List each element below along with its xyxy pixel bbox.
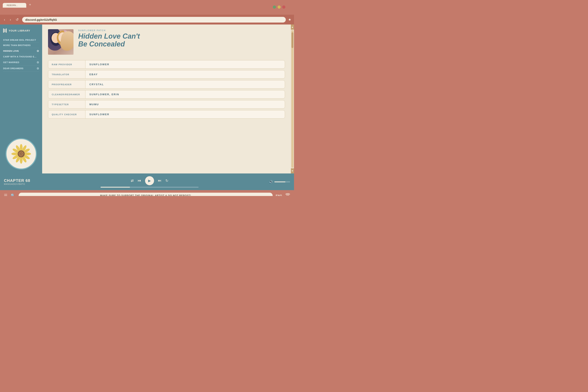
svg-point-36	[58, 32, 67, 42]
chapter-source: MANGADEX/BATO	[4, 183, 30, 185]
sunflower-circle	[6, 138, 37, 170]
credit-value-proofreader: CRYSTAL	[86, 80, 108, 88]
svg-point-29	[18, 153, 20, 154]
sidebar: YOUR LIBRARY STAR DREAM IDOL PROJECT MOR…	[0, 24, 42, 174]
credit-label-translator: TRANSLATOR	[48, 70, 86, 78]
wifi-icon	[286, 193, 290, 196]
svg-point-21	[20, 152, 20, 153]
sidebar-item-carp[interactable]: CARP WITH A THOUSAND E...	[3, 54, 39, 60]
content-area: SUNFLOWER PATCH Hidden Love Can't Be Con…	[42, 24, 291, 174]
credits-list: RAW PROVIDER SUNFLOWER TRANSLATOR EBAY P…	[48, 60, 285, 118]
scrollbar: ▲ ▼	[291, 24, 294, 174]
sidebar-logo	[3, 134, 39, 170]
controls-row: ⇄ ⏮ ▶ ⏭ ↻	[131, 176, 168, 185]
credit-label-raw-provider: RAW PROVIDER	[48, 60, 86, 68]
credit-value-cleaner: SUNFLOWER, ERIN	[86, 90, 123, 98]
credit-value-translator: EBAY	[86, 70, 102, 78]
search-button[interactable]: 🔍	[10, 193, 16, 196]
library-icon	[3, 28, 7, 33]
bottom-bar: ☰ 🔍 MAKE SURE TO SUPPORT THE ORIGINAL AR…	[0, 190, 294, 196]
credit-label-proofreader: PROOFREADER	[48, 80, 86, 88]
credit-row-typesetter: TYPESETTER MUMU	[48, 100, 285, 108]
chapter-info: CHAPTER 68 MANGADEX/BATO	[4, 178, 30, 185]
manga-header: SUNFLOWER PATCH Hidden Love Can't Be Con…	[48, 29, 285, 55]
sidebar-item-dear-dreamers[interactable]: DEAR DREAMERS ✿	[3, 66, 39, 72]
svg-point-14	[20, 156, 22, 164]
player-bar: CHAPTER 68 MANGADEX/BATO ⇄ ⏮ ▶ ⏭ ↻ 🔊	[0, 174, 294, 190]
manga-cover	[48, 29, 74, 55]
sidebar-item-more-than-brothers[interactable]: MORE THAN BROTHERS	[3, 43, 39, 48]
svg-point-8	[20, 144, 22, 151]
fast-forward-button[interactable]: ⏭	[158, 178, 162, 183]
credit-row-proofreader: PROOFREADER CRYSTAL	[48, 80, 285, 88]
sidebar-title: YOUR LIBRARY	[8, 29, 30, 32]
shuffle-button[interactable]: ⇄	[131, 178, 134, 183]
svg-point-23	[22, 152, 23, 153]
menu-button[interactable]: ☰	[4, 193, 8, 196]
svg-point-30	[20, 154, 21, 155]
volume-icon: 🔊	[269, 180, 273, 184]
svg-point-24	[22, 153, 23, 154]
progress-bar[interactable]	[100, 187, 198, 188]
forward-button[interactable]: ›	[8, 17, 12, 22]
volume-control: 🔊	[269, 180, 290, 184]
scroll-down-button[interactable]: ▼	[291, 168, 294, 174]
svg-point-11	[24, 152, 31, 155]
svg-point-26	[21, 156, 22, 156]
sidebar-item-star-dream[interactable]: STAR DREAM IDOL PROJECT	[3, 38, 39, 43]
traffic-light-yellow[interactable]	[278, 6, 281, 8]
sunflower-svg	[10, 142, 33, 166]
manga-info: SUNFLOWER PATCH Hidden Love Can't Be Con…	[78, 29, 285, 55]
flower-icon-get-married: ✿	[37, 61, 39, 64]
svg-point-17	[11, 152, 18, 155]
credit-value-quality-checker: SUNFLOWER	[86, 110, 113, 118]
sidebar-header: YOUR LIBRARY	[3, 28, 39, 33]
chapter-number: CHAPTER 68	[4, 178, 30, 183]
traffic-light-green[interactable]	[273, 6, 276, 8]
publisher-tag: SUNFLOWER PATCH	[78, 29, 285, 32]
repeat-button[interactable]: ↻	[166, 178, 168, 183]
volume-bar[interactable]	[274, 182, 290, 182]
credit-value-raw-provider: SUNFLOWER	[86, 60, 113, 68]
credit-label-cleaner: CLEANER/REDRAWER	[48, 90, 86, 98]
svg-point-27	[20, 156, 21, 156]
refresh-button[interactable]: ↺	[14, 17, 20, 22]
svg-point-25	[22, 154, 23, 156]
credit-row-translator: TRANSLATOR EBAY	[48, 70, 285, 78]
player-controls: ⇄ ⏮ ▶ ⏭ ↻	[33, 176, 266, 188]
credit-label-quality-checker: QUALITY CHECKER	[48, 110, 86, 118]
credit-label-typesetter: TYPESETTER	[48, 100, 86, 108]
sidebar-item-hidden-love[interactable]: HIDDEN LOVE ✿	[3, 48, 39, 54]
volume-fill	[274, 182, 286, 182]
svg-point-39	[64, 30, 66, 32]
svg-point-22	[20, 152, 22, 152]
language-button[interactable]: ENG	[276, 194, 282, 196]
play-button[interactable]: ▶	[145, 176, 154, 185]
scroll-track[interactable]	[292, 30, 294, 168]
back-button[interactable]: ‹	[3, 17, 6, 22]
address-bar[interactable]	[22, 17, 286, 22]
flower-icon-dear-dreamers: ✿	[37, 67, 39, 70]
svg-point-31	[21, 154, 22, 155]
rewind-button[interactable]: ⏮	[138, 178, 141, 183]
credit-row-raw-provider: RAW PROVIDER SUNFLOWER	[48, 60, 285, 68]
sidebar-item-get-married[interactable]: GET MARRIED ✿	[3, 60, 39, 66]
svg-point-28	[19, 154, 20, 156]
progress-fill	[100, 187, 130, 188]
manga-cover-art	[48, 29, 74, 55]
credit-value-typesetter: MUMU	[86, 100, 103, 108]
credit-row-quality-checker: QUALITY CHECKER SUNFLOWER	[48, 110, 285, 118]
traffic-light-red[interactable]	[282, 6, 286, 8]
new-tab-button[interactable]: +	[27, 2, 33, 8]
bookmark-button[interactable]: ★	[288, 18, 291, 22]
active-tab[interactable]: REBORN...	[3, 3, 26, 8]
bottom-notice: MAKE SURE TO SUPPORT THE ORIGINAL ARTIST…	[18, 193, 273, 196]
svg-point-38	[66, 33, 69, 35]
manga-title: Hidden Love Can't Be Concealed	[78, 32, 285, 48]
scroll-thumb[interactable]	[292, 32, 294, 48]
flower-icon-hidden-love: ✿	[37, 50, 39, 52]
scroll-up-button[interactable]: ▲	[291, 24, 294, 30]
svg-point-32	[21, 153, 22, 154]
credit-row-cleaner: CLEANER/REDRAWER SUNFLOWER, ERIN	[48, 90, 285, 98]
